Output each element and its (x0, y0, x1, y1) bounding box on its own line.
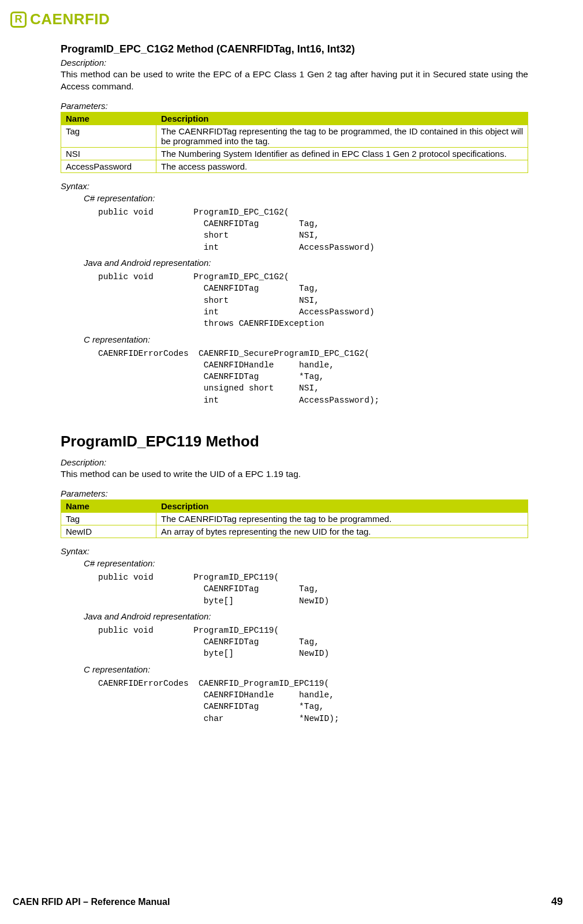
method2-title: ProgramID_EPC119 Method (61, 433, 528, 450)
method1-rep2-code: public void ProgramID_EPC_C1G2( CAENRFID… (98, 271, 528, 329)
table-row: AccessPassword The access password. (61, 160, 528, 172)
param-name: Tag (61, 125, 156, 147)
method2-params-table: Name Description Tag The CAENRFIDTag rep… (61, 499, 528, 538)
param-name: NSI (61, 147, 156, 160)
method2-syntax-label: Syntax: (61, 546, 528, 556)
table-header-desc: Description (156, 499, 528, 512)
table-row: NewID An array of bytes representing the… (61, 525, 528, 538)
table-row: Tag The CAENRFIDTag representing the tag… (61, 125, 528, 147)
method1-params-table: Name Description Tag The CAENRFIDTag rep… (61, 112, 528, 173)
table-row: NSI The Numbering System Identifier as d… (61, 147, 528, 160)
method1-syntax-label: Syntax: (61, 181, 528, 191)
method2-rep3-label: C representation: (84, 664, 528, 674)
param-name: NewID (61, 525, 156, 538)
param-desc: The access password. (156, 160, 528, 172)
table-header-name: Name (61, 112, 156, 125)
param-desc: The CAENRFIDTag representing the tag to … (156, 512, 528, 525)
method2-rep1-label: C# representation: (84, 558, 528, 568)
page-footer: CAEN RFID API – Reference Manual 49 (13, 896, 563, 908)
method2-desc-text: This method can be used to write the UID… (61, 468, 528, 480)
param-desc: The Numbering System Identifier as defin… (156, 147, 528, 160)
param-desc: An array of bytes representing the new U… (156, 525, 528, 538)
method2-rep1-code: public void ProgramID_EPC119( CAENRFIDTa… (98, 572, 528, 607)
method2-desc-label: Description: (61, 457, 528, 467)
method1-title: ProgramID_EPC_C1G2 Method (CAENRFIDTag, … (61, 43, 528, 55)
method2-rep2-label: Java and Android representation: (84, 611, 528, 621)
method1-desc-text: This method can be used to write the EPC… (61, 69, 528, 93)
footer-page-number: 49 (551, 896, 563, 908)
method1-desc-label: Description: (61, 58, 528, 67)
param-desc: The CAENRFIDTag representing the tag to … (156, 125, 528, 147)
brand-logo-icon: R (10, 12, 27, 28)
brand-header: R CAENRFID (10, 10, 110, 28)
table-row: Tag The CAENRFIDTag representing the tag… (61, 512, 528, 525)
method1-rep3-label: C representation: (84, 335, 528, 344)
method1-rep1-label: C# representation: (84, 193, 528, 203)
table-header-name: Name (61, 499, 156, 512)
method2-params-label: Parameters: (61, 489, 528, 498)
method1-rep3-code: CAENRFIDErrorCodes CAENRFID_SecureProgra… (98, 348, 528, 406)
method1-rep2-label: Java and Android representation: (84, 258, 528, 268)
param-name: AccessPassword (61, 160, 156, 172)
method1-rep1-code: public void ProgramID_EPC_C1G2( CAENRFID… (98, 206, 528, 253)
brand-logo-text: CAENRFID (30, 10, 110, 28)
table-header-desc: Description (156, 112, 528, 125)
method2-rep3-code: CAENRFIDErrorCodes CAENRFID_ProgramID_EP… (98, 678, 528, 724)
param-name: Tag (61, 512, 156, 525)
footer-document-title: CAEN RFID API – Reference Manual (13, 897, 170, 907)
page-content: ProgramID_EPC_C1G2 Method (CAENRFIDTag, … (61, 43, 528, 729)
method1-params-label: Parameters: (61, 101, 528, 111)
method2-rep2-code: public void ProgramID_EPC119( CAENRFIDTa… (98, 625, 528, 660)
